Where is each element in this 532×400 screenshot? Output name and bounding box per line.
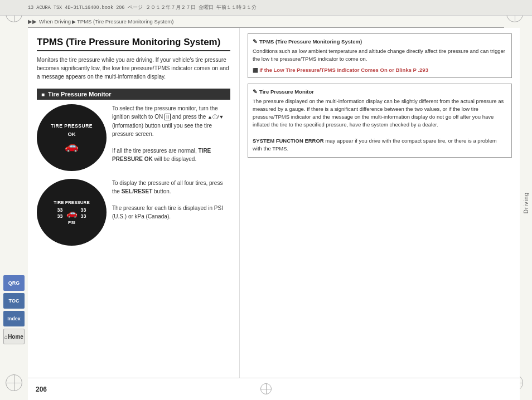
left-sidebar: QRG TOC Index ⌂ Home	[0, 28, 28, 378]
main-content: TPMS (Tire Pressure Monitoring System) M…	[28, 28, 520, 378]
breadcrumb-separator: ▶	[72, 19, 76, 25]
note2-text: The pressure displayed on the multi-info…	[253, 97, 507, 153]
tpm-ok-description: To select the tire pressure monitor, tur…	[112, 104, 230, 171]
tpm-ok-title: TIRE PRESSURE	[51, 123, 93, 129]
intro-text: Monitors the tire pressure while you are…	[37, 56, 230, 81]
home-label: Home	[8, 334, 23, 340]
tpm-ok-row: TIRE PRESSURE OK 🚗 To select the tire pr…	[37, 104, 230, 171]
tpm-val-fr: 33	[81, 207, 86, 213]
right-sidebar: Driving	[520, 28, 532, 378]
note-box-2: Tire Pressure Monitor The pressure displ…	[248, 84, 512, 158]
section-title: Tire Pressure Monitor	[48, 91, 112, 97]
breadcrumb: ▶▶ When Driving ▶ TPMS (Tire Pressure Mo…	[28, 16, 504, 28]
tpm-pressure-row: TIRE PRESSURE 33 🚗 33 33 33 PSI To displ…	[37, 179, 230, 246]
breadcrumb-arrow1: ▶▶	[28, 18, 37, 25]
note2-bold: SYSTEM FUNCTION ERROR	[253, 138, 324, 144]
note2-body: The pressure displayed on the multi-info…	[253, 98, 504, 128]
note1-header: TPMS (Tire Pressure Monitoring System)	[253, 38, 507, 45]
note2-header: Tire Pressure Monitor	[253, 89, 507, 95]
breadcrumb-part2: TPMS (Tire Pressure Monitoring System)	[77, 18, 173, 25]
tpm-ok-subtitle: OK	[67, 131, 75, 137]
left-column: TPMS (Tire Pressure Monitoring System) M…	[28, 28, 240, 378]
tpm-val-rl: 33	[57, 213, 62, 219]
tpm-unit: PSI	[68, 220, 75, 225]
page-number: 206	[36, 386, 47, 393]
index-button[interactable]: Index	[3, 311, 25, 326]
note1-link[interactable]: If the Low Tire Pressure/TPMS Indicator …	[253, 67, 507, 73]
toc-button[interactable]: TOC	[3, 293, 25, 309]
driving-label: Driving	[523, 192, 529, 213]
tpm-pressure-title: TIRE PRESSURE	[54, 200, 89, 205]
tpm-pressure-image: TIRE PRESSURE 33 🚗 33 33 33 PSI	[37, 179, 107, 246]
header-bar: 13 ACURA TSX 4D-31TL16400.book 206 ページ ２…	[0, 0, 532, 16]
tpm-val-rr: 33	[81, 213, 86, 219]
right-column: TPMS (Tire Pressure Monitoring System) C…	[240, 28, 520, 378]
file-info: 13 ACURA TSX 4D-31TL16400.book 206 ページ ２…	[28, 4, 257, 11]
breadcrumb-part1: When Driving	[39, 18, 71, 25]
tpm-car-icon: 🚗	[66, 208, 78, 218]
bottom-center-decoration	[260, 383, 272, 394]
home-button[interactable]: ⌂ Home	[3, 329, 25, 344]
page-title-area: TPMS (Tire Pressure Monitoring System) M…	[37, 37, 230, 81]
qrg-button[interactable]: QRG	[3, 275, 25, 291]
car-icon-ok: 🚗	[65, 139, 79, 153]
section-header: Tire Pressure Monitor	[37, 89, 230, 100]
note-box-1: TPMS (Tire Pressure Monitoring System) C…	[248, 33, 512, 78]
footer: 206	[28, 378, 520, 400]
tpm-grid: 33 🚗 33 33 33	[57, 207, 86, 219]
page-title: TPMS (Tire Pressure Monitoring System)	[37, 37, 230, 51]
tpm-pressure-description: To display the pressure of all four tire…	[112, 179, 230, 246]
note1-text: Conditions such as low ambient temperatu…	[253, 47, 507, 64]
tpm-ok-image: TIRE PRESSURE OK 🚗	[37, 104, 107, 171]
tpm-val-fl: 33	[57, 207, 62, 213]
